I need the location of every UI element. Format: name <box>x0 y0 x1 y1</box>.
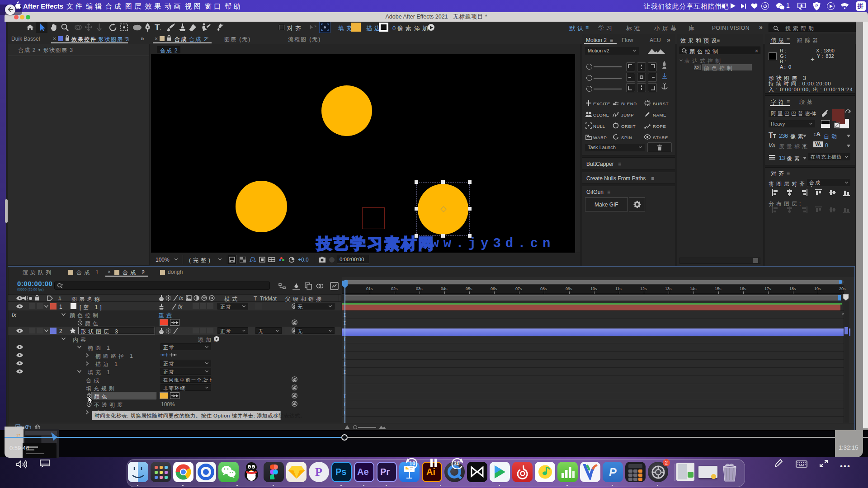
svg-text:10: 10 <box>409 460 415 467</box>
svg-text:30: 30 <box>453 460 460 467</box>
svg-text:P: P <box>815 4 818 8</box>
